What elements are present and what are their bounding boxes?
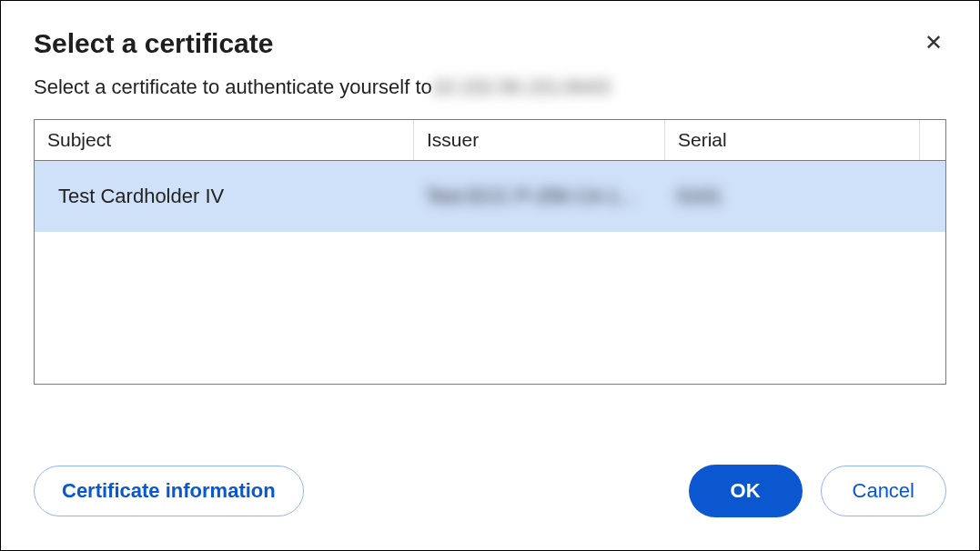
dialog-subtitle: Select a certificate to authenticate you… <box>1 59 979 99</box>
column-divider <box>919 120 920 160</box>
dialog-subtitle-host: 10.152.56.151:8443 <box>432 75 611 99</box>
dialog-subtitle-text: Select a certificate to authenticate you… <box>34 75 432 99</box>
column-header-issuer[interactable]: Issuer <box>413 120 664 160</box>
cell-subject: Test Cardholder IV <box>35 185 413 208</box>
cancel-button[interactable]: Cancel <box>821 466 946 516</box>
column-header-subject[interactable]: Subject <box>35 120 413 160</box>
column-header-serial[interactable]: Serial <box>664 120 919 160</box>
table-row[interactable]: Test Cardholder IV Test ECC P-256 CA 1..… <box>35 161 945 232</box>
certificate-table: Subject Issuer Serial Test Cardholder IV… <box>34 119 946 385</box>
table-header-row: Subject Issuer Serial <box>35 120 945 161</box>
cell-issuer: Test ECC P-256 CA 1... <box>413 185 664 208</box>
close-icon[interactable]: ✕ <box>921 28 946 57</box>
dialog-title: Select a certificate <box>34 28 273 59</box>
ok-button[interactable]: OK <box>689 465 803 517</box>
cell-serial: 0101 <box>664 185 945 208</box>
dialog-footer: Certificate information OK Cancel <box>1 421 979 550</box>
certificate-information-button[interactable]: Certificate information <box>34 466 304 516</box>
table-body: Test Cardholder IV Test ECC P-256 CA 1..… <box>35 161 945 384</box>
